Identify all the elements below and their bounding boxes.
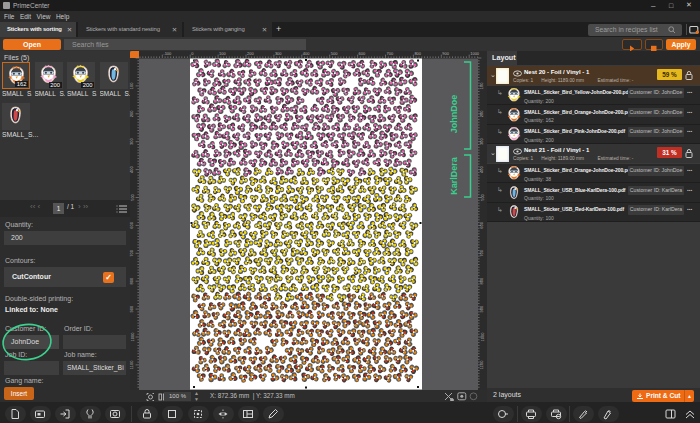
svg-text:1100: 1100 (480, 360, 485, 369)
svg-text:700: 700 (480, 249, 485, 256)
svg-text:900: 900 (130, 305, 135, 312)
svg-text:JohnDoe: JohnDoe (449, 95, 459, 134)
svg-text:500: 500 (331, 51, 338, 56)
svg-text:800: 800 (414, 51, 421, 56)
svg-text:900: 900 (480, 305, 485, 312)
svg-text:600: 600 (130, 221, 135, 228)
svg-text:800: 800 (130, 277, 135, 284)
svg-text:700: 700 (387, 51, 394, 56)
svg-text:300: 300 (130, 138, 135, 145)
svg-text:-100: -100 (163, 51, 172, 56)
svg-text:200: 200 (480, 110, 485, 117)
svg-text:KarlDera: KarlDera (449, 156, 459, 195)
svg-text:400: 400 (130, 165, 135, 172)
svg-text:100: 100 (219, 51, 226, 56)
svg-text:400: 400 (303, 51, 310, 56)
svg-text:600: 600 (480, 221, 485, 228)
svg-text:300: 300 (480, 138, 485, 145)
svg-text:1000: 1000 (470, 51, 480, 56)
svg-text:800: 800 (480, 277, 485, 284)
svg-text:1100: 1100 (130, 360, 135, 369)
svg-text:900: 900 (442, 51, 449, 56)
svg-text:500: 500 (130, 193, 135, 200)
svg-text:100: 100 (130, 82, 135, 89)
svg-text:300: 300 (275, 51, 282, 56)
svg-text:700: 700 (130, 249, 135, 256)
svg-text:1000: 1000 (130, 332, 135, 342)
svg-text:500: 500 (480, 193, 485, 200)
svg-text:100: 100 (480, 82, 485, 89)
svg-text:1000: 1000 (480, 332, 485, 342)
svg-text:200: 200 (247, 51, 254, 56)
svg-text:600: 600 (359, 51, 366, 56)
svg-text:400: 400 (480, 165, 485, 172)
svg-text:200: 200 (130, 110, 135, 117)
